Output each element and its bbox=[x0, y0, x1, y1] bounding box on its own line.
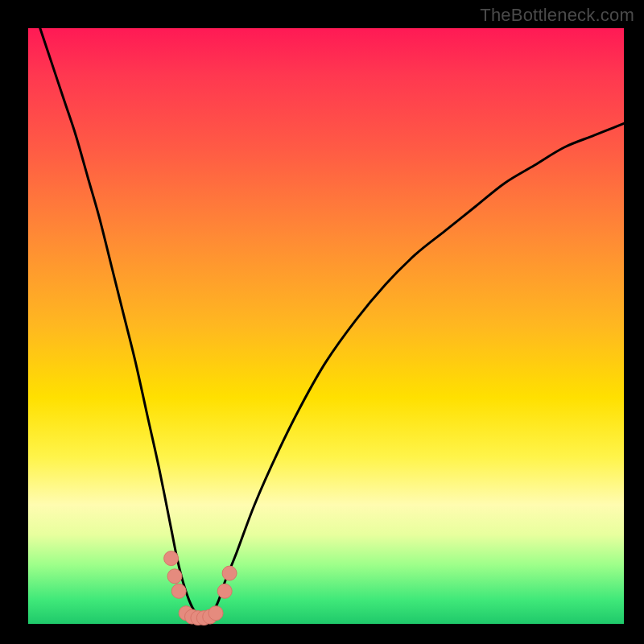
curve-marker bbox=[222, 566, 237, 580]
plot-area bbox=[28, 28, 624, 624]
watermark-text: TheBottleneck.com bbox=[480, 5, 634, 26]
chart-frame: TheBottleneck.com bbox=[0, 0, 644, 644]
curve-marker bbox=[167, 569, 182, 584]
curve-marker bbox=[217, 584, 232, 598]
curve-markers bbox=[164, 551, 237, 625]
curve-marker bbox=[171, 584, 186, 598]
curve-marker bbox=[164, 551, 179, 566]
curve-marker bbox=[208, 606, 223, 621]
bottleneck-curve bbox=[40, 28, 624, 619]
curve-svg bbox=[28, 28, 624, 624]
